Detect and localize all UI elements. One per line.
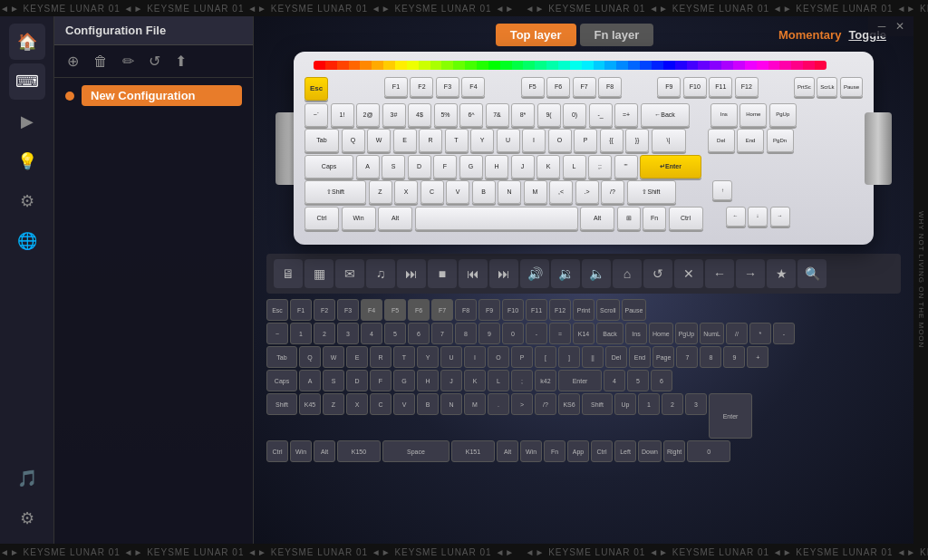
key-k[interactable]: K: [536, 155, 560, 179]
key-del[interactable]: Del: [708, 129, 735, 152]
bk-tilde[interactable]: ~: [266, 323, 288, 344]
bk-lwin[interactable]: Win: [290, 440, 312, 462]
key-g[interactable]: G: [459, 155, 483, 179]
sidebar-item-music[interactable]: 🎵: [9, 460, 45, 497]
bk-9[interactable]: 9: [478, 323, 500, 344]
action-vol-down[interactable]: 🔈: [582, 259, 611, 288]
bk-lctrl[interactable]: Ctrl: [266, 440, 288, 462]
key-z[interactable]: Z: [369, 180, 392, 204]
bk-p[interactable]: P: [511, 346, 533, 368]
key-backspace[interactable]: ←Back: [641, 103, 690, 127]
action-search[interactable]: 🔍: [798, 259, 826, 288]
top-layer-button[interactable]: Top layer: [496, 24, 576, 46]
momentary-button[interactable]: Momentary: [778, 28, 841, 42]
bk-esc[interactable]: Esc: [266, 299, 288, 321]
fn-layer-button[interactable]: Fn layer: [580, 24, 654, 46]
bk-ralt[interactable]: Alt: [497, 440, 518, 462]
bk-up[interactable]: Up: [614, 393, 636, 415]
key-rbracket[interactable]: }}: [625, 129, 649, 152]
bk-f11[interactable]: F11: [526, 299, 547, 321]
bk-caps[interactable]: Caps: [266, 370, 297, 391]
bk-down[interactable]: Down: [638, 440, 662, 462]
key-x[interactable]: X: [394, 180, 418, 204]
key-f9[interactable]: F9: [657, 77, 681, 97]
bk-rbr[interactable]: ]: [558, 346, 580, 368]
key-space[interactable]: [415, 207, 578, 230]
bk-tab[interactable]: Tab: [266, 346, 297, 368]
sidebar-item-terminal[interactable]: ▶: [9, 103, 45, 140]
key-r[interactable]: R: [419, 129, 442, 152]
key-f6[interactable]: F6: [546, 77, 570, 97]
key-pause[interactable]: Pause: [840, 77, 863, 97]
bk-j[interactable]: J: [440, 370, 462, 391]
key-s[interactable]: S: [382, 155, 405, 179]
action-monitor[interactable]: 🖥: [274, 259, 303, 288]
key-a[interactable]: A: [356, 155, 380, 179]
bk-f6[interactable]: F6: [408, 299, 430, 321]
bk-lalt[interactable]: Alt: [314, 440, 335, 462]
delete-config-button[interactable]: 🗑: [90, 52, 111, 72]
key-6[interactable]: 6^: [459, 103, 483, 127]
key-f1[interactable]: F1: [384, 77, 408, 97]
action-refresh[interactable]: ↺: [643, 259, 672, 288]
key-e[interactable]: E: [393, 129, 417, 152]
key-end[interactable]: End: [737, 129, 764, 152]
bk-back[interactable]: Back: [596, 323, 624, 344]
key-h[interactable]: H: [485, 155, 508, 179]
bk-k42[interactable]: k42: [535, 370, 556, 391]
sidebar-item-home[interactable]: 🏠: [9, 24, 45, 60]
bk-k[interactable]: K: [464, 370, 486, 391]
key-v[interactable]: V: [446, 180, 469, 204]
bk-numslash[interactable]: //: [726, 323, 748, 344]
bk-k150[interactable]: K150: [337, 440, 381, 462]
bk-rwin[interactable]: Win: [520, 440, 542, 462]
bk-rshift[interactable]: Shift: [582, 393, 613, 415]
bk-del2[interactable]: Del: [605, 346, 627, 368]
close-button[interactable]: ✕: [894, 20, 906, 33]
bk-6[interactable]: 6: [408, 323, 430, 344]
bk-left[interactable]: Left: [614, 440, 636, 462]
action-stop[interactable]: ■: [428, 259, 457, 288]
bk-fn[interactable]: Fn: [544, 440, 566, 462]
key-fn[interactable]: Fn: [643, 207, 666, 230]
key-f2[interactable]: F2: [410, 77, 433, 97]
bk-right[interactable]: Right: [663, 440, 685, 462]
bk-f[interactable]: F: [370, 370, 392, 391]
action-vol-mid[interactable]: 🔉: [551, 259, 580, 288]
key-t[interactable]: T: [445, 129, 469, 152]
key-2[interactable]: 2@: [356, 103, 380, 127]
key-f10[interactable]: F10: [683, 77, 707, 97]
key-m[interactable]: M: [524, 180, 547, 204]
bk-0[interactable]: 0: [502, 323, 524, 344]
action-mail[interactable]: ✉: [335, 259, 364, 288]
sidebar-item-config[interactable]: ⚙: [9, 500, 45, 536]
bk-f5[interactable]: F5: [384, 299, 406, 321]
key-slash[interactable]: /?: [601, 180, 624, 204]
key-tilde[interactable]: ~`: [304, 103, 328, 127]
key-lwin[interactable]: Win: [342, 207, 376, 230]
key-lalt[interactable]: Alt: [378, 207, 412, 230]
key-j[interactable]: J: [511, 155, 535, 179]
sidebar-item-lighting[interactable]: 💡: [9, 143, 45, 179]
bk-space[interactable]: Space: [382, 440, 450, 462]
key-5[interactable]: 5%: [434, 103, 458, 127]
key-n[interactable]: N: [498, 180, 521, 204]
bk-k14[interactable]: K14: [573, 323, 594, 344]
key-f12[interactable]: F12: [735, 77, 759, 97]
key-enter[interactable]: ↵Enter: [640, 155, 701, 179]
bk-lbr[interactable]: [: [535, 346, 556, 368]
bk-num0[interactable]: 0: [687, 440, 730, 462]
bk-pgup2[interactable]: PgUp: [675, 323, 699, 344]
bk-m[interactable]: M: [464, 393, 486, 415]
bk-semi[interactable]: ;: [511, 370, 533, 391]
key-semicolon[interactable]: ;:: [588, 155, 612, 179]
key-f[interactable]: F: [433, 155, 457, 179]
key-b[interactable]: B: [472, 180, 496, 204]
action-grid[interactable]: ▦: [304, 259, 334, 288]
bk-period[interactable]: .: [488, 393, 509, 415]
action-home[interactable]: ⌂: [613, 259, 642, 288]
bk-l[interactable]: L: [488, 370, 509, 391]
key-down[interactable]: ↓: [748, 207, 768, 227]
bk-k151[interactable]: K151: [451, 440, 495, 462]
key-caps[interactable]: Caps: [304, 155, 353, 179]
